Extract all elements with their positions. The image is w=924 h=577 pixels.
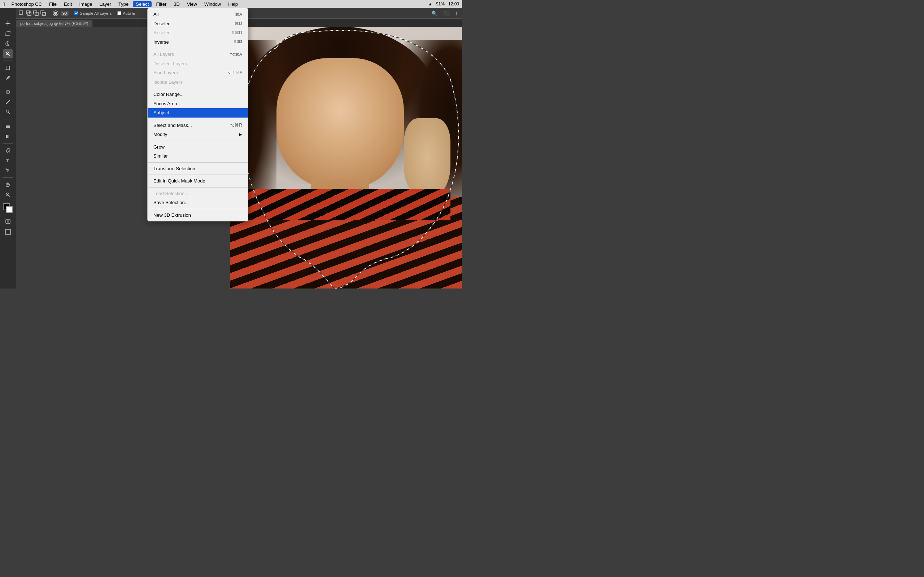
menu-item-deselect[interactable]: Deselect ⌘D [148, 19, 248, 29]
auto-enhance-container: Auto-E [117, 11, 135, 16]
photo-canvas[interactable]: .marching { fill: none; stroke: white; s… [230, 27, 462, 288]
intersect-selection-icon[interactable] [40, 10, 46, 16]
menu-item-subject[interactable]: Subject [148, 108, 248, 118]
menu-item-save-selection[interactable]: Save Selection... [148, 198, 248, 207]
brush-size-icon[interactable] [52, 10, 59, 17]
menu-item-select-mask[interactable]: Select and Mask... ⌥⌘R [148, 121, 248, 130]
menubar-edit[interactable]: Edit [61, 1, 75, 7]
tool-gradient[interactable] [3, 132, 13, 141]
background-color[interactable] [6, 206, 13, 213]
menu-item-transform-selection[interactable]: Transform Selection [148, 164, 248, 174]
tool-mode-icons: + - [19, 10, 46, 16]
toolbar-divider-1 [3, 61, 13, 61]
menu-item-quick-mask[interactable]: Edit in Quick Mask Mode [148, 176, 248, 186]
toolbar-divider-2 [3, 85, 13, 85]
subtract-selection-icon[interactable]: - [33, 10, 39, 16]
svg-rect-10 [6, 135, 10, 138]
tool-eraser[interactable] [3, 121, 13, 131]
add-selection-icon[interactable]: + [26, 10, 32, 16]
tool-stamp[interactable] [3, 108, 13, 117]
menu-item-deselect-layers[interactable]: Deselect Layers [148, 59, 248, 69]
new-selection-icon[interactable] [19, 10, 24, 16]
menubar-layer[interactable]: Layer [97, 1, 115, 7]
tool-move[interactable] [3, 19, 13, 28]
clock: 12:00 [448, 2, 459, 6]
menu-item-all[interactable]: All ⌘A [148, 10, 248, 19]
svg-rect-18 [5, 229, 10, 234]
wifi-icon: ▲ [428, 2, 432, 6]
tool-crop[interactable] [3, 63, 13, 73]
toolbar-divider-3 [3, 119, 13, 119]
face [276, 58, 404, 189]
menubar-type[interactable]: Type [115, 1, 131, 7]
menubar-window[interactable]: Window [201, 1, 224, 7]
canvas-tab[interactable]: portrait-subject.jpg @ 66.7% (RGB/8#) [16, 20, 93, 27]
menu-item-all-layers[interactable]: All Layers ⌥⌘A [148, 50, 248, 59]
svg-text:+: + [30, 10, 31, 13]
menu-item-color-range[interactable]: Color Range... [148, 90, 248, 99]
menu-item-find-layers[interactable]: Find Layers ⌥⇧⌘F [148, 68, 248, 77]
menu-separator-7 [148, 187, 248, 187]
tool-text[interactable]: T [3, 156, 13, 165]
toolbar-divider-5 [3, 177, 13, 178]
tool-pen[interactable] [3, 146, 13, 155]
menu-separator-5 [148, 162, 248, 163]
svg-text:-: - [37, 10, 38, 13]
tool-quick-mask-btn[interactable] [3, 217, 13, 226]
menubar-select[interactable]: Select [133, 1, 152, 7]
svg-rect-19 [19, 11, 23, 15]
svg-point-29 [54, 12, 57, 15]
menu-item-focus-area[interactable]: Focus Area... [148, 99, 248, 108]
menubar:  Photoshop CC File Edit Image Layer Typ… [0, 0, 462, 8]
tool-quick-select[interactable] [3, 49, 13, 58]
svg-line-13 [9, 195, 10, 197]
tool-path-select[interactable] [3, 166, 13, 175]
battery-level: 91% [436, 2, 445, 6]
menubar-file[interactable]: File [46, 1, 60, 7]
svg-point-8 [6, 110, 8, 112]
menu-item-modify[interactable]: Modify ▶ [148, 130, 248, 139]
svg-line-2 [9, 55, 10, 56]
hand [404, 118, 451, 197]
menu-item-similar[interactable]: Similar [148, 152, 248, 161]
brush-size-value: 90 [61, 11, 69, 16]
apple-menu[interactable]:  [3, 1, 5, 7]
sample-all-layers-checkbox[interactable] [74, 11, 78, 15]
tool-brush[interactable] [3, 97, 13, 107]
tool-zoom[interactable] [3, 190, 13, 200]
brush-size-label: 90 [52, 10, 69, 17]
menu-item-reselect[interactable]: Reselect ⇧⌘D [148, 28, 248, 37]
menubar-photoshop[interactable]: Photoshop CC [8, 1, 45, 7]
search-icon[interactable]: 🔍 [430, 10, 439, 16]
menubar-image[interactable]: Image [76, 1, 95, 7]
menubar-help[interactable]: Help [225, 1, 241, 7]
tool-hand[interactable] [3, 180, 13, 189]
tool-healing[interactable] [3, 87, 13, 97]
svg-rect-9 [6, 126, 10, 128]
menu-separator-1 [148, 48, 248, 48]
menubar-3d[interactable]: 3D [171, 1, 183, 7]
svg-rect-0 [6, 31, 10, 36]
menu-item-inverse[interactable]: Inverse ⇧⌘I [148, 37, 248, 47]
tool-rect-select[interactable] [3, 29, 13, 38]
tool-lasso[interactable] [3, 39, 13, 48]
tool-screen-mode[interactable] [3, 227, 13, 237]
menubar-filter[interactable]: Filter [153, 1, 169, 7]
select-dropdown-menu: All ⌘A Deselect ⌘D Reselect ⇧⌘D Inverse … [147, 8, 248, 221]
tool-eyedropper[interactable] [3, 73, 13, 82]
share-icon[interactable]: ↑ [454, 10, 459, 16]
menu-item-isolate-layers[interactable]: Isolate Layers [148, 77, 248, 87]
menu-item-new-3d[interactable]: New 3D Extrusion [148, 211, 248, 220]
svg-point-17 [7, 220, 9, 222]
menu-separator-6 [148, 174, 248, 175]
auto-enhance-checkbox[interactable] [117, 11, 121, 15]
svg-text:T: T [6, 158, 9, 163]
workspace-icon[interactable]: ⬛ [442, 10, 451, 16]
color-swatch[interactable] [3, 203, 13, 213]
menu-separator-2 [148, 88, 248, 89]
auto-enhance-label: Auto-E [123, 11, 135, 16]
menubar-view[interactable]: View [184, 1, 200, 7]
menu-item-load-selection[interactable]: Load Selection... [148, 189, 248, 198]
menu-separator-3 [148, 119, 248, 119]
menu-item-grow[interactable]: Grow [148, 142, 248, 152]
